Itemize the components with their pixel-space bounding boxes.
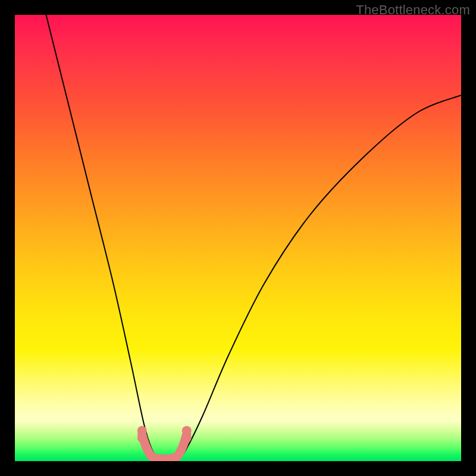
svg-point-1 [137, 433, 147, 443]
curve-right-branch [176, 95, 461, 461]
curve-overlay [15, 15, 461, 461]
svg-point-3 [182, 433, 192, 443]
trough-marker-band [142, 434, 187, 459]
watermark-text: TheBottleneck.com [356, 2, 470, 18]
chart-container: TheBottleneck.com [0, 0, 476, 476]
curve-left-branch [46, 15, 162, 461]
plot-area [15, 15, 461, 461]
